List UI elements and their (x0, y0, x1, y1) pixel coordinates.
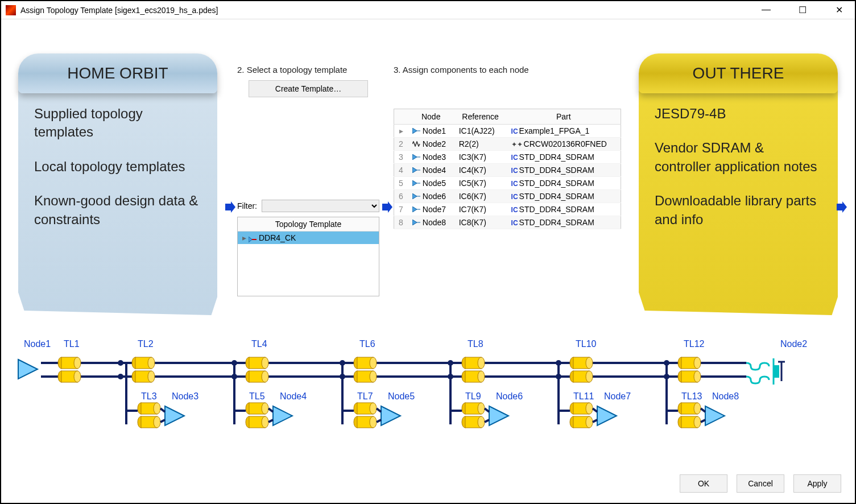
template-icon (249, 235, 257, 241)
table-row[interactable]: 2Node2R2(2)✦✦CRCW020136R0FNED (394, 138, 621, 151)
close-button[interactable]: ✕ (828, 5, 850, 15)
svg-marker-10 (412, 193, 417, 199)
out-there-line2: Vendor SDRAM & controller application no… (655, 139, 822, 176)
create-template-button[interactable]: Create Template… (249, 80, 368, 97)
svg-line-53 (268, 420, 273, 422)
home-orbit-banner: HOME ORBIT Supplied topology templates L… (18, 53, 217, 315)
svg-line-49 (160, 420, 165, 422)
svg-text:TL9: TL9 (465, 391, 481, 401)
home-orbit-line1: Supplied topology templates (34, 105, 201, 142)
svg-text:Node4: Node4 (280, 391, 307, 401)
svg-marker-18 (837, 201, 847, 213)
svg-marker-14 (412, 220, 417, 225)
svg-marker-16 (225, 201, 235, 213)
step3-heading: 3. Assign components to each node (394, 65, 621, 75)
template-list[interactable]: Topology Template ▸ DDR4_CK (237, 217, 379, 296)
out-there-banner: OUT THERE JESD79-4B Vendor SDRAM & contr… (639, 53, 838, 315)
step-arrow-icon (224, 201, 235, 213)
template-list-header: Topology Template (238, 217, 379, 232)
maximize-button[interactable]: ☐ (791, 5, 814, 15)
svg-line-56 (377, 408, 381, 412)
svg-marker-12 (412, 206, 417, 212)
svg-line-61 (485, 420, 489, 422)
svg-text:TL11: TL11 (573, 391, 594, 401)
svg-line-64 (593, 408, 597, 412)
svg-marker-6 (412, 167, 417, 173)
svg-line-57 (377, 420, 381, 422)
template-row-ddr4ck[interactable]: ▸ DDR4_CK (238, 232, 379, 244)
svg-text:Node8: Node8 (712, 391, 739, 401)
svg-text:TL8: TL8 (468, 339, 483, 349)
svg-text:TL5: TL5 (249, 391, 265, 401)
col-part: Part (507, 109, 621, 125)
svg-line-68 (701, 408, 705, 412)
node-assignment-table[interactable]: Node Reference Part ▸Node1IC1(AJ22)ICExa… (394, 109, 621, 229)
titlebar: Assign Topology Template [sigex1_ecs2019… (1, 1, 855, 19)
svg-line-60 (485, 408, 489, 412)
topology-diagram: Node1 TL1TL2TL4TL6TL8TL10TL12TL3Node3TL5… (7, 336, 849, 449)
out-there-title: OUT THERE (639, 53, 838, 93)
svg-text:TL2: TL2 (138, 339, 154, 349)
svg-text:TL10: TL10 (576, 339, 597, 349)
svg-marker-0 (249, 237, 252, 242)
svg-line-52 (268, 408, 273, 412)
svg-text:TL13: TL13 (681, 391, 702, 401)
main-panel: HOME ORBIT Supplied topology templates L… (1, 19, 855, 336)
svg-text:TL3: TL3 (141, 391, 157, 401)
out-there-line1: JESD79-4B (655, 105, 822, 123)
table-row[interactable]: 8Node8IC8(K7)ICSTD_DDR4_SDRAM (394, 216, 621, 229)
table-row[interactable]: 7Node7IC7(K7)ICSTD_DDR4_SDRAM (394, 203, 621, 216)
svg-text:TL6: TL6 (359, 339, 375, 349)
svg-marker-8 (412, 180, 417, 186)
svg-text:Node6: Node6 (496, 391, 523, 401)
svg-point-31 (118, 374, 123, 379)
ok-button[interactable]: OK (680, 474, 727, 493)
svg-marker-17 (382, 201, 392, 213)
svg-marker-2 (412, 128, 417, 134)
svg-text:Node7: Node7 (604, 391, 631, 401)
home-orbit-line2: Local topology templates (34, 158, 201, 176)
table-row[interactable]: 4Node4IC4(K7)ICSTD_DDR4_SDRAM (394, 164, 621, 177)
svg-line-69 (701, 420, 705, 422)
col-node: Node (408, 109, 454, 125)
window-title: Assign Topology Template [sigex1_ecs2019… (20, 6, 755, 15)
diagram-label-node2: Node2 (780, 339, 807, 349)
home-orbit-line3: Known-good design data & constraints (34, 192, 201, 229)
svg-text:TL1: TL1 (64, 339, 80, 349)
table-row[interactable]: ▸Node1IC1(AJ22)ICExample1_FPGA_1 (394, 125, 621, 138)
table-row[interactable]: 5Node5IC5(K7)ICSTD_DDR4_SDRAM (394, 177, 621, 190)
step2-heading: 2. Select a topology template (237, 65, 379, 75)
out-there-line3: Downloadable library parts and info (655, 192, 822, 229)
svg-point-30 (118, 360, 123, 366)
svg-line-48 (160, 408, 165, 412)
home-orbit-title: HOME ORBIT (18, 53, 217, 93)
svg-text:TL12: TL12 (684, 339, 705, 349)
col-reference: Reference (454, 109, 507, 125)
step-arrow-icon (836, 201, 847, 213)
svg-text:Node5: Node5 (388, 391, 415, 401)
svg-text:TL7: TL7 (357, 391, 373, 401)
svg-text:Node3: Node3 (172, 391, 199, 401)
table-row[interactable]: 6Node6IC6(K7)ICSTD_DDR4_SDRAM (394, 190, 621, 203)
step3-panel: 3. Assign components to each node Node R… (394, 65, 621, 229)
svg-text:TL4: TL4 (251, 339, 267, 349)
svg-line-65 (593, 420, 597, 422)
cancel-button[interactable]: Cancel (737, 474, 784, 493)
svg-marker-4 (412, 154, 417, 160)
filter-select[interactable] (262, 200, 379, 212)
minimize-button[interactable]: — (755, 5, 778, 15)
table-row[interactable]: 3Node3IC3(K7)ICSTD_DDR4_SDRAM (394, 151, 621, 164)
dialog-buttons: OK Cancel Apply (680, 474, 841, 493)
diagram-label-node1: Node1 (24, 339, 51, 349)
app-icon (6, 5, 16, 15)
apply-button[interactable]: Apply (793, 474, 841, 493)
svg-rect-72 (774, 365, 779, 378)
step2-panel: 2. Select a topology template Create Tem… (237, 65, 379, 296)
filter-label: Filter: (237, 201, 257, 210)
template-name: DDR4_CK (259, 233, 296, 242)
step-arrow-icon (381, 201, 392, 213)
